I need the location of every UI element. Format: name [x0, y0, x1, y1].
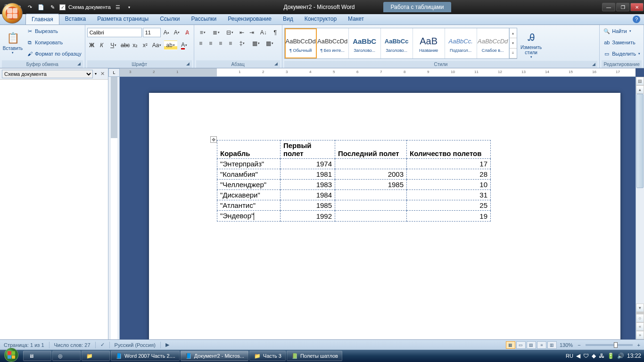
table-row[interactable]: "Коламбия"1981200328	[217, 169, 491, 180]
numbering-button[interactable]: ≣▾	[210, 28, 223, 37]
zoom-slider-thumb[interactable]	[614, 342, 618, 348]
table-move-handle[interactable]: ✥	[210, 136, 217, 143]
maximize-button[interactable]: ❐	[616, 3, 629, 11]
taskbar-item-explorer[interactable]: 🖥	[23, 351, 51, 361]
replace-button[interactable]: abЗаменить	[602, 37, 642, 48]
table-row[interactable]: "Атлантис"198525	[217, 200, 491, 211]
qat-docmap-checkbox[interactable]: ✓	[59, 4, 66, 10]
shading-button[interactable]: ▦▾	[249, 39, 263, 48]
bullets-button[interactable]: ≡▾	[196, 28, 209, 37]
tab-home[interactable]: Главная	[25, 14, 59, 25]
align-left-button[interactable]: ≡	[196, 39, 206, 48]
table-row[interactable]: "Энтерпрайз"197417	[217, 159, 491, 169]
office-button[interactable]	[2, 3, 23, 24]
align-center-button[interactable]: ≡	[206, 39, 215, 48]
style-title[interactable]: AaBНазвание	[413, 28, 445, 58]
taskbar-item-word2[interactable]: 📘Документ2 - Micros...	[181, 351, 248, 361]
font-size-select[interactable]	[143, 28, 161, 37]
show-marks-button[interactable]: ¶	[271, 28, 280, 37]
shrink-font-button[interactable]: A▾	[172, 28, 182, 37]
horizontal-ruler[interactable]: 321 123 456 789 101112 131415 1617	[120, 68, 636, 77]
zoom-slider[interactable]	[586, 344, 633, 346]
status-macro-icon[interactable]: ▶	[164, 342, 171, 348]
document-map-body[interactable]	[0, 80, 108, 339]
status-language[interactable]: Русский (Россия)	[113, 342, 157, 348]
qat-quickprint-icon[interactable]: ✎	[48, 3, 57, 11]
styles-dialog-launcher[interactable]: ◢	[591, 62, 596, 67]
scroll-track[interactable]	[636, 94, 644, 304]
cut-button[interactable]: ✂Вырезать	[25, 26, 83, 36]
table-header-cell[interactable]: Первый полет	[281, 140, 335, 159]
style-no-spacing[interactable]: AaBbCcDd¶ Без инте...	[317, 28, 349, 58]
italic-button[interactable]: К	[97, 41, 107, 50]
scroll-down-button[interactable]: ▾	[636, 304, 644, 312]
minimize-button[interactable]: —	[602, 3, 615, 11]
tray-clock[interactable]: 13:22	[627, 353, 641, 359]
tab-insert[interactable]: Вставка	[59, 14, 92, 25]
borders-button[interactable]: ▦▾	[263, 39, 276, 48]
increase-indent-button[interactable]: ⇥	[247, 28, 256, 37]
status-word-count[interactable]: Число слов: 27	[52, 342, 92, 348]
tab-table-design[interactable]: Конструктор	[299, 14, 342, 25]
view-outline-button[interactable]: ≡	[537, 341, 546, 349]
select-button[interactable]: ▭Выделить▾	[602, 49, 642, 59]
vertical-scrollbar[interactable]: ▤ ▴ ▾ ○ « »	[636, 77, 644, 339]
table-header-row[interactable]: Корабль Первый полет Последний полет Кол…	[217, 140, 491, 159]
prev-page-button[interactable]: «	[636, 322, 644, 331]
bold-button[interactable]: Ж	[87, 41, 97, 50]
document-viewport[interactable]: ✥ Корабль Первый полет Последний полет К…	[120, 77, 636, 339]
view-web-layout-button[interactable]: ▤	[527, 341, 536, 349]
tray-shield-icon[interactable]: 🛡	[583, 353, 589, 359]
scroll-thumb[interactable]	[636, 94, 644, 188]
style-heading2[interactable]: AaBbCcЗаголово...	[381, 28, 413, 58]
tab-review[interactable]: Рецензирование	[222, 14, 277, 25]
zoom-in-button[interactable]: +	[636, 342, 642, 348]
copy-button[interactable]: ⧉Копировать	[25, 37, 83, 48]
taskbar-item-excel[interactable]: 📗Полеты шатлов	[287, 351, 342, 361]
tray-language[interactable]: RU	[566, 353, 573, 359]
styles-gallery[interactable]: AaBbCcDd¶ Обычный AaBbCcDd¶ Без инте... …	[284, 28, 517, 59]
taskbar-item-browser[interactable]: ◎	[52, 351, 81, 361]
view-print-layout-button[interactable]: ▦	[506, 341, 515, 349]
zoom-out-button[interactable]: −	[576, 342, 582, 348]
table-header-cell[interactable]: Последний полет	[335, 140, 407, 159]
justify-button[interactable]: ≡	[226, 39, 235, 48]
view-draft-button[interactable]: ▥	[547, 341, 557, 349]
taskbar-item-tc[interactable]: 📁	[82, 351, 110, 361]
format-painter-button[interactable]: 🖌Формат по образцу	[25, 49, 83, 59]
table-row[interactable]: "Челленджер"1983198510	[217, 180, 491, 190]
next-page-button[interactable]: »	[636, 331, 644, 339]
style-heading1[interactable]: AaBbCЗаголово...	[349, 28, 381, 58]
superscript-button[interactable]: x²	[140, 41, 150, 50]
help-button[interactable]: ?	[633, 16, 640, 23]
line-spacing-button[interactable]: ‡▾	[236, 39, 249, 48]
change-case-button[interactable]: Aa▾	[150, 41, 164, 50]
grow-font-button[interactable]: A▴	[162, 28, 171, 37]
style-subtle-emphasis[interactable]: AaBbCcDdСлабое в...	[477, 28, 509, 58]
find-button[interactable]: 🔍Найти▾	[602, 26, 642, 36]
zoom-level[interactable]: 130%	[558, 342, 575, 348]
qat-new-icon[interactable]: 📄	[37, 3, 45, 11]
ruler-corner-button[interactable]: L	[108, 68, 120, 77]
document-map-select[interactable]: Схема документа	[2, 70, 93, 78]
scroll-up-button[interactable]: ▴	[636, 85, 644, 94]
vertical-ruler[interactable]	[108, 77, 120, 339]
tray-battery-icon[interactable]: 🔋	[607, 353, 614, 359]
qat-more-icon[interactable]: ▾	[125, 3, 133, 11]
document-table[interactable]: Корабль Первый полет Последний полет Кол…	[217, 140, 491, 222]
clear-formatting-button[interactable]: A̷	[182, 28, 192, 37]
font-name-select[interactable]	[87, 28, 142, 37]
tab-view[interactable]: Вид	[277, 14, 299, 25]
ruler-toggle-button[interactable]: ▤	[636, 77, 644, 85]
tray-network-icon[interactable]: 🖧	[599, 353, 604, 359]
tab-references[interactable]: Ссылки	[154, 14, 185, 25]
document-map-dropdown-icon[interactable]: ▾	[93, 72, 99, 76]
change-styles-button[interactable]: Ꭿ Изменить стили ▾	[518, 28, 545, 61]
underline-button[interactable]: Ч▾	[107, 41, 120, 50]
taskbar-item-folder[interactable]: 📁Часть 3	[249, 351, 286, 361]
style-subtitle[interactable]: AaBbCc.Подзагол...	[445, 28, 477, 58]
paste-button[interactable]: 📋 Вставить ▾	[2, 26, 24, 59]
font-dialog-launcher[interactable]: ◢	[185, 61, 191, 67]
styles-gallery-more[interactable]: ▴▾≡	[509, 28, 517, 58]
paragraph-dialog-launcher[interactable]: ◢	[273, 61, 279, 67]
